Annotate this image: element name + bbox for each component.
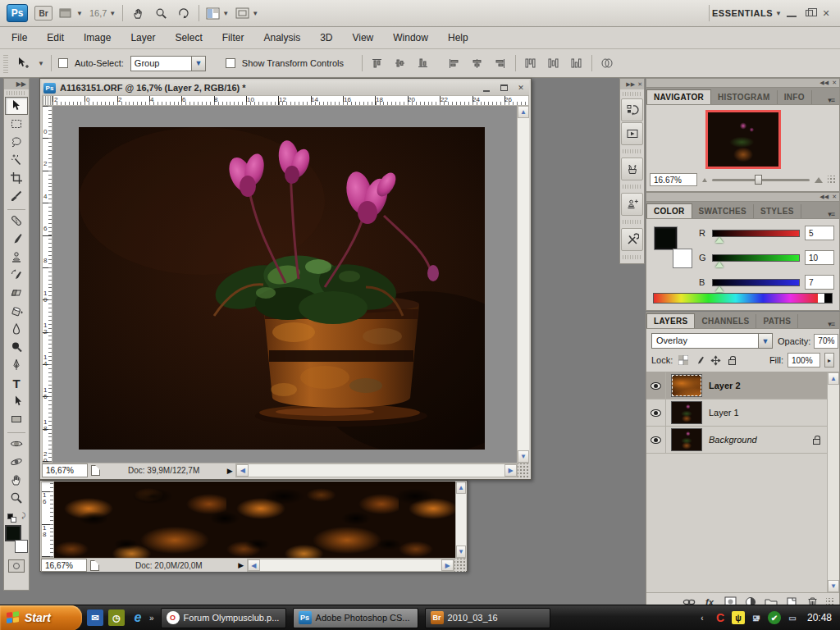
scroll-track[interactable] (260, 559, 441, 571)
dodge-tool[interactable] (5, 338, 28, 356)
doc2-horizontal-scrollbar[interactable]: ◀ ▶ (247, 559, 454, 572)
visibility-toggle[interactable] (646, 427, 666, 453)
menu-analysis[interactable]: Analysis (263, 32, 300, 43)
tools-panel-button[interactable] (621, 228, 643, 251)
scroll-down-icon[interactable]: ▼ (456, 546, 466, 558)
navigator-zoom-field[interactable]: 16.67% (650, 173, 697, 186)
slider-triangle[interactable] (715, 262, 724, 267)
zoom-level-control[interactable]: 16,7 ▼ (89, 8, 116, 18)
3d-orbit-tool[interactable] (5, 453, 28, 471)
tray-display-icon[interactable]: ▭ (786, 611, 799, 624)
align-top-edges-button[interactable] (369, 56, 386, 71)
slider-triangle[interactable] (715, 237, 724, 243)
red-value-field[interactable]: 5 (805, 226, 834, 240)
layer-thumbnail[interactable] (671, 401, 702, 424)
pen-tool[interactable] (5, 356, 28, 374)
tool-presets-panel-button[interactable] (621, 158, 643, 180)
align-horizontal-centers-button[interactable] (469, 56, 486, 71)
lock-pixels-button[interactable] (693, 354, 705, 366)
scroll-track[interactable] (249, 464, 504, 477)
scroll-up-icon[interactable]: ▲ (518, 106, 529, 118)
blue-value-field[interactable]: 7 (805, 275, 834, 290)
clone-stamp-tool[interactable] (5, 248, 28, 266)
panel-grip[interactable] (623, 255, 641, 259)
doc-minimize-button[interactable] (480, 83, 493, 94)
menu-file[interactable]: File (11, 32, 27, 43)
foreground-color-swatch[interactable] (655, 227, 677, 249)
tab-color[interactable]: COLOR (646, 203, 692, 218)
layer-thumbnail[interactable] (671, 428, 702, 451)
tray-audio-icon[interactable]: 🖳 (750, 611, 763, 624)
restore-button[interactable] (801, 7, 816, 20)
menu-image[interactable]: Image (84, 32, 111, 43)
task-button-bridge[interactable]: Br 2010_03_16 (425, 608, 550, 628)
layer-row-layer2[interactable]: Layer 2 (646, 372, 827, 399)
rectangular-marquee-tool[interactable] (5, 115, 28, 133)
menu-view[interactable]: View (352, 32, 373, 43)
visibility-toggle[interactable] (646, 399, 666, 426)
doc1-vertical-scrollbar[interactable]: ▲ ▼ (517, 106, 529, 463)
navigator-proxy-view[interactable] (705, 110, 781, 169)
dock-group-header[interactable]: ◀◀✕ (646, 192, 840, 202)
panel-menu-icon[interactable]: ▾≡ (823, 96, 839, 104)
resize-grip[interactable] (454, 559, 466, 572)
scroll-left-icon[interactable]: ◀ (248, 559, 260, 571)
blend-mode-dropdown[interactable]: Overlay ▼ (651, 333, 773, 349)
workspace-switcher[interactable]: ESSENTIALS (712, 8, 773, 18)
ruler-origin-box[interactable] (42, 95, 52, 106)
tab-layers[interactable]: LAYERS (646, 313, 695, 328)
align-left-edges-button[interactable] (446, 56, 463, 71)
dock-header[interactable]: ▶▶✕ (620, 79, 644, 89)
tab-swatches[interactable]: SWATCHES (692, 204, 754, 218)
document-window-main[interactable]: Ps A1163151.ORF @ 16,7% (Layer 2, RGB/16… (39, 78, 532, 480)
quick-launch-browser-icon[interactable]: e (130, 609, 146, 626)
dock-group-header[interactable]: ◀◀✕ (646, 78, 840, 88)
zoom-level-value[interactable]: 16,7 (89, 8, 107, 18)
distribute-bottom-edges-button[interactable] (568, 56, 585, 71)
menu-help[interactable]: Help (448, 32, 468, 43)
scroll-right-icon[interactable]: ▶ (504, 464, 517, 477)
arrange-documents-button[interactable]: ▼ (206, 7, 229, 20)
distribute-top-edges-button[interactable] (523, 56, 539, 71)
scroll-down-icon[interactable]: ▼ (828, 580, 839, 592)
panel-grip[interactable] (623, 220, 641, 224)
lock-position-button[interactable] (710, 354, 722, 366)
rectangle-shape-tool[interactable] (5, 410, 28, 428)
tab-styles[interactable]: STYLES (754, 204, 801, 218)
layers-scrollbar[interactable]: ▲ ▼ (827, 372, 839, 592)
clone-source-panel-button[interactable] (621, 193, 643, 216)
show-transform-checkbox[interactable] (226, 58, 235, 68)
3d-rotate-tool[interactable] (5, 435, 28, 453)
distribute-vertical-centers-button[interactable] (546, 56, 562, 71)
task-button-opera[interactable]: O Forum Olympusclub.p... (161, 608, 286, 628)
lock-transparency-button[interactable] (677, 354, 689, 366)
hand-tool[interactable] (5, 471, 28, 489)
menu-edit[interactable]: Edit (47, 32, 64, 43)
layer-name[interactable]: Layer 1 (709, 408, 739, 418)
doc2-canvas-texture[interactable] (54, 482, 455, 558)
close-button[interactable]: ✕ (819, 7, 833, 20)
background-color-swatch[interactable] (673, 249, 692, 268)
panel-grip[interactable] (623, 92, 641, 96)
foreground-color-swatch[interactable] (5, 525, 21, 541)
layer-row-layer1[interactable]: Layer 1 (646, 399, 827, 427)
align-bottom-edges-button[interactable] (415, 56, 431, 71)
fill-field[interactable]: 100% (788, 353, 820, 368)
history-brush-tool[interactable] (5, 266, 28, 284)
history-panel-button[interactable] (621, 98, 643, 121)
panel-grip[interactable] (623, 185, 641, 189)
screen-mode-button[interactable]: ▼ (235, 7, 258, 19)
tab-paths[interactable]: PATHS (756, 314, 798, 328)
toolbox-grip[interactable] (7, 91, 26, 95)
eyedropper-tool[interactable] (5, 187, 28, 205)
doc1-zoom-field[interactable]: 16,67% (42, 463, 88, 477)
tray-antivirus-icon[interactable]: C (714, 611, 727, 624)
align-vertical-centers-button[interactable] (392, 56, 409, 71)
eraser-tool[interactable] (5, 284, 28, 302)
visibility-toggle[interactable] (646, 372, 666, 399)
auto-select-checkbox[interactable] (58, 58, 68, 68)
zoom-in-icon[interactable] (815, 177, 823, 183)
hand-tool-button[interactable] (130, 6, 146, 21)
scroll-right-icon[interactable]: ▶ (441, 559, 454, 571)
lasso-tool[interactable] (5, 133, 28, 151)
